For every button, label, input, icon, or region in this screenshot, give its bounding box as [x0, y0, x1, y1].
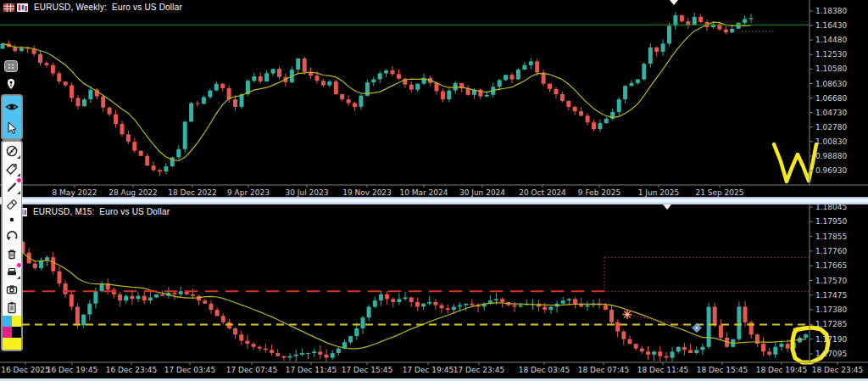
svg-text:30 Jun 2024: 30 Jun 2024: [459, 188, 505, 197]
svg-text:18 Dec 11:45: 18 Dec 11:45: [637, 366, 689, 374]
svg-text:1.04730: 1.04730: [815, 109, 847, 117]
m15-chart-panel: 1.180451.179501.178551.177601.176651.175…: [0, 205, 868, 381]
eye-icon: [5, 100, 19, 114]
weekly-chart-title: EURUSD, Weekly: Euro vs US Dollar: [3, 3, 182, 12]
svg-text:1.17095: 1.17095: [815, 350, 847, 358]
toolbar-handle-icon: [4, 60, 18, 72]
svg-text:9 Apr 2023: 9 Apr 2023: [227, 188, 270, 197]
page-title-m15: EURUSD, M15: Euro vs US Dollar: [33, 207, 170, 216]
delete-trash-button[interactable]: [3, 244, 21, 262]
candles-icon: [17, 3, 28, 12]
time-axis[interactable]: 228 May 202228 Aug 202218 Dec 20229 Apr …: [0, 185, 868, 197]
svg-text:17 Dec 03:45: 17 Dec 03:45: [164, 366, 216, 374]
m15-chart-title: EURUSD, M15: Euro vs US Dollar: [20, 207, 170, 216]
svg-text:1.17380: 1.17380: [815, 305, 847, 314]
draw-off-tool[interactable]: [3, 142, 21, 160]
eraser-tool[interactable]: [3, 195, 21, 213]
color-swatch-magenta[interactable]: [3, 327, 12, 338]
trash-icon: [5, 247, 19, 261]
svg-text:9 Feb 2025: 9 Feb 2025: [578, 188, 620, 197]
moving-average-line: [3, 22, 751, 160]
window-separator: [0, 197, 868, 205]
svg-text:1.17855: 1.17855: [815, 233, 847, 241]
size-dot-indicator[interactable]: [3, 213, 21, 227]
svg-text:1 Jun 2025: 1 Jun 2025: [638, 188, 679, 197]
board-eraser-tool[interactable]: [3, 262, 21, 280]
pen-tool[interactable]: [2, 73, 20, 93]
svg-text:28 Aug 2022: 28 Aug 2022: [108, 188, 158, 197]
svg-text:18 Dec 2022: 18 Dec 2022: [168, 188, 217, 197]
svg-text:1.12530: 1.12530: [815, 50, 847, 59]
svg-text:1.10580: 1.10580: [815, 64, 847, 73]
scroll-position-marker: [663, 205, 671, 210]
svg-text:1.14480: 1.14480: [815, 36, 847, 44]
svg-text:16 Dec 2025: 16 Dec 2025: [1, 366, 50, 374]
svg-text:1.17475: 1.17475: [815, 291, 847, 300]
undo-button[interactable]: [3, 227, 21, 244]
svg-text:17 Dec 15:45: 17 Dec 15:45: [342, 366, 393, 374]
color-swatch-yellow[interactable]: [12, 316, 21, 327]
weekly-chart-panel: 1.183801.164301.144801.125301.105801.086…: [0, 0, 868, 197]
svg-text:18 Dec 15:45: 18 Dec 15:45: [697, 366, 748, 374]
svg-text:19 Nov 2023: 19 Nov 2023: [342, 188, 392, 197]
cursor-arrow-icon: [5, 121, 19, 135]
submenu-corner: [17, 191, 20, 194]
trading-terminal: 1.183801.164301.144801.125301.105801.086…: [0, 0, 868, 381]
submenu-corner: [17, 155, 20, 159]
svg-text:1.18045: 1.18045: [815, 205, 847, 211]
svg-text:18 Dec 07:45: 18 Dec 07:45: [578, 366, 630, 374]
svg-text:17 Dec 11:45: 17 Dec 11:45: [286, 366, 337, 374]
candles-series: [21, 241, 809, 361]
price-axis[interactable]: 1.180451.179501.178551.177601.176651.175…: [810, 205, 847, 362]
svg-text:1.02780: 1.02780: [815, 123, 847, 132]
svg-text:1.17190: 1.17190: [815, 335, 847, 344]
svg-text:1.17665: 1.17665: [815, 261, 847, 270]
weekly-chart-canvas[interactable]: 1.183801.164301.144801.125301.105801.086…: [0, 0, 868, 197]
svg-text:30 Jul 2023: 30 Jul 2023: [286, 188, 329, 197]
dot-icon: [5, 215, 19, 225]
svg-text:16 Dec 19:45: 16 Dec 19:45: [47, 366, 98, 374]
svg-text:17 Dec 23:45: 17 Dec 23:45: [453, 366, 505, 374]
trade-open-marker: [623, 310, 632, 319]
svg-text:18 Dec 23:45: 18 Dec 23:45: [812, 366, 864, 374]
toolbar-handle[interactable]: [2, 59, 20, 73]
pencil-line-tool[interactable]: [3, 177, 21, 195]
svg-text:1.17285: 1.17285: [815, 320, 847, 328]
undo-arrow-icon: [5, 229, 19, 243]
chart-grid-icon: [3, 3, 14, 12]
clipboard-icon: [5, 300, 19, 314]
svg-text:20 Oct 2024: 20 Oct 2024: [519, 188, 566, 197]
color-palette: [3, 316, 21, 338]
svg-text:1.16430: 1.16430: [815, 21, 847, 30]
pen-nib-icon: [4, 76, 18, 90]
tag-label-tool[interactable]: [3, 160, 21, 177]
color-swatch-cyan[interactable]: [3, 316, 12, 327]
submenu-corner: [17, 173, 20, 176]
price-axis[interactable]: 1.183801.164301.144801.125301.105801.086…: [810, 0, 847, 185]
svg-text:16 Dec 23:45: 16 Dec 23:45: [106, 366, 158, 374]
camera-icon: [5, 283, 19, 296]
eraser-icon: [5, 198, 19, 211]
svg-text:1.17760: 1.17760: [815, 247, 847, 255]
svg-text:18 Dec 19:45: 18 Dec 19:45: [756, 366, 808, 374]
svg-text:0.98880: 0.98880: [815, 152, 847, 160]
svg-text:21 Sep 2025: 21 Sep 2025: [695, 188, 743, 197]
time-axis[interactable]: 16 Dec 202516 Dec 19:4516 Dec 23:4517 De…: [0, 362, 868, 374]
m15-chart-canvas[interactable]: 1.180451.179501.178551.177601.176651.175…: [0, 205, 868, 381]
clipboard-button[interactable]: [3, 298, 21, 316]
svg-text:0.96930: 0.96930: [815, 166, 847, 175]
page-title-weekly: EURUSD, Weekly: Euro vs US Dollar: [34, 3, 182, 12]
moving-average-line: [23, 253, 806, 349]
svg-text:1.08630: 1.08630: [815, 80, 847, 88]
svg-text:17 Dec 07:45: 17 Dec 07:45: [226, 366, 278, 374]
svg-text:8 May 2022: 8 May 2022: [53, 188, 97, 197]
svg-text:1.18380: 1.18380: [815, 7, 847, 15]
scroll-position-marker: [670, 0, 678, 5]
eye-visibility-tool[interactable]: [3, 96, 21, 117]
active-color-indicator[interactable]: [3, 338, 21, 350]
pink-dot-badge: [16, 262, 22, 268]
color-swatch-black[interactable]: [12, 327, 21, 338]
select-cursor-tool[interactable]: [3, 117, 21, 138]
svg-text:1.06680: 1.06680: [815, 94, 847, 103]
screenshot-camera-button[interactable]: [3, 280, 21, 298]
